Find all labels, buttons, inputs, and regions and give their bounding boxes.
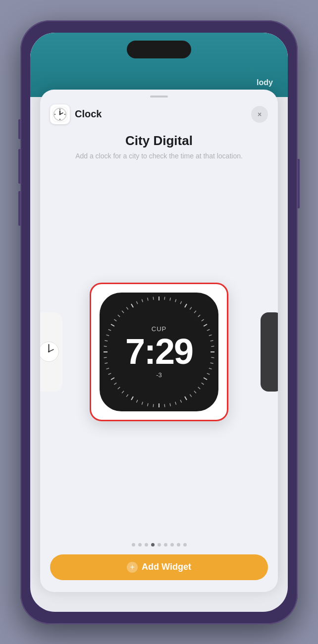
svg-line-52 [118, 387, 120, 389]
svg-line-65 [114, 319, 116, 321]
time-display: 7:29 [125, 334, 193, 369]
svg-line-15 [164, 297, 165, 299]
close-icon: × [258, 111, 262, 118]
dynamic-island [127, 41, 191, 58]
svg-line-30 [211, 357, 214, 358]
svg-line-55 [108, 373, 111, 374]
app-icon [50, 104, 70, 124]
svg-line-28 [211, 346, 214, 347]
svg-line-64 [111, 324, 114, 326]
svg-line-21 [194, 311, 196, 313]
svg-line-41 [175, 402, 176, 405]
page-dot-3[interactable] [151, 543, 155, 546]
side-button-power [298, 159, 300, 208]
bg-app-text: lody [257, 78, 273, 87]
side-button-vol-up [18, 149, 20, 184]
svg-line-49 [131, 396, 133, 400]
plus-symbol: + [130, 563, 134, 571]
page-dot-4[interactable] [158, 543, 161, 546]
svg-line-27 [211, 341, 213, 341]
svg-line-63 [108, 329, 111, 330]
app-info: Clock [50, 104, 102, 124]
page-dot-0[interactable] [132, 543, 135, 546]
side-card-analog [40, 312, 62, 392]
svg-line-38 [190, 395, 192, 397]
add-icon: + [127, 562, 138, 573]
svg-line-61 [105, 341, 107, 341]
svg-line-39 [185, 396, 187, 400]
side-button-mute [18, 119, 20, 139]
widget-preview-area[interactable]: CUP 7:29 -3 [40, 161, 278, 543]
phone-frame: lody [20, 20, 298, 624]
add-widget-button[interactable]: + Add Widget [50, 554, 268, 580]
analog-clock-mini [40, 341, 60, 363]
svg-line-37 [194, 391, 196, 393]
clock-app-icon-svg [52, 106, 68, 122]
main-widget-card[interactable]: CUP 7:29 -3 [90, 283, 228, 421]
widget-description: Add a clock for a city to check the time… [55, 149, 263, 161]
svg-line-35 [202, 383, 204, 385]
svg-line-16 [170, 297, 170, 300]
svg-line-47 [142, 402, 143, 405]
svg-line-58 [104, 357, 107, 358]
page-dot-8[interactable] [183, 543, 187, 546]
svg-line-34 [204, 378, 207, 380]
svg-line-45 [153, 404, 154, 407]
svg-line-56 [106, 368, 109, 369]
sheet-header: Clock × [40, 98, 278, 129]
page-dots [132, 543, 187, 546]
page-dot-1[interactable] [138, 543, 142, 546]
svg-line-70 [136, 301, 137, 303]
svg-line-22 [198, 315, 200, 317]
svg-line-33 [207, 373, 210, 374]
svg-line-36 [198, 387, 200, 389]
svg-line-25 [207, 329, 210, 330]
svg-line-19 [185, 304, 187, 307]
page-dot-2[interactable] [145, 543, 148, 546]
svg-line-26 [209, 335, 212, 336]
svg-line-32 [209, 368, 212, 369]
svg-line-54 [111, 378, 114, 380]
svg-line-62 [106, 335, 109, 336]
svg-line-51 [122, 391, 124, 393]
svg-line-18 [180, 301, 181, 303]
add-widget-label: Add Widget [142, 562, 191, 572]
page-dot-7[interactable] [177, 543, 180, 546]
svg-line-31 [211, 363, 213, 363]
svg-point-9 [59, 113, 61, 115]
svg-line-68 [126, 307, 128, 309]
svg-line-73 [153, 297, 154, 299]
svg-line-46 [148, 403, 148, 406]
page-dot-5[interactable] [164, 543, 167, 546]
svg-line-57 [105, 363, 107, 363]
svg-line-48 [136, 400, 137, 402]
svg-line-17 [175, 299, 176, 302]
svg-line-24 [204, 324, 207, 326]
svg-line-60 [104, 346, 107, 347]
svg-line-72 [148, 297, 148, 300]
svg-point-13 [48, 351, 50, 352]
close-button[interactable]: × [251, 106, 268, 123]
svg-line-43 [164, 404, 165, 407]
watch-face: CUP 7:29 -3 [100, 293, 218, 411]
app-name-label: Clock [75, 108, 102, 120]
svg-line-42 [170, 403, 170, 406]
side-card-left [40, 312, 62, 392]
page-dot-6[interactable] [170, 543, 174, 546]
svg-line-20 [190, 307, 192, 309]
offset-label: -3 [156, 371, 162, 379]
svg-line-66 [118, 315, 120, 317]
svg-line-67 [122, 311, 124, 313]
svg-line-50 [126, 395, 128, 397]
svg-line-23 [202, 319, 204, 321]
svg-line-69 [131, 304, 133, 307]
svg-line-40 [180, 400, 181, 402]
widget-title: City Digital [125, 133, 193, 149]
side-button-vol-down [18, 191, 20, 226]
side-card-right [261, 312, 278, 392]
svg-line-71 [142, 299, 143, 302]
widget-modal-sheet: Clock × City Digital Add a clock for a c… [40, 90, 278, 592]
svg-line-53 [114, 383, 116, 385]
phone-screen: lody [30, 33, 288, 612]
